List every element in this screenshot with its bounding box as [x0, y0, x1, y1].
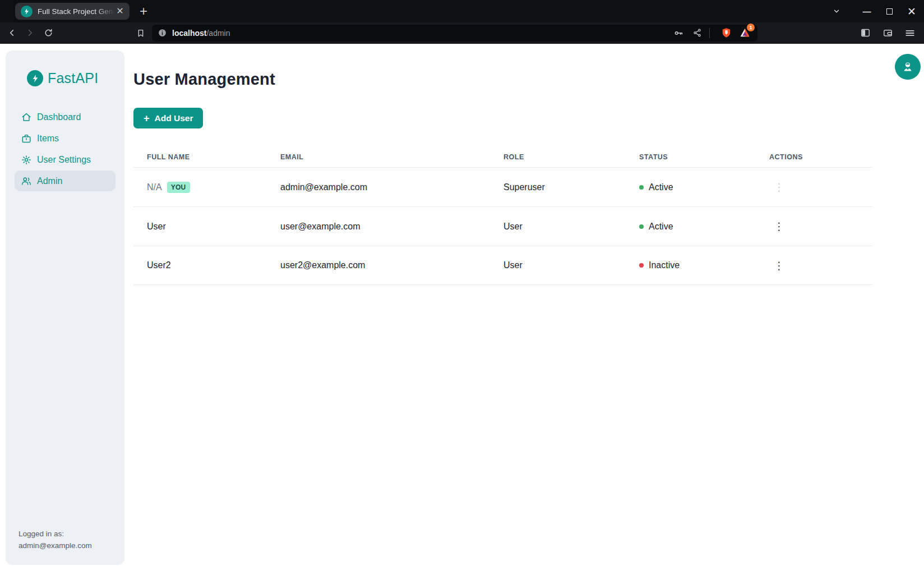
table-row: N/AYOU admin@example.com Superuser Activ…: [133, 167, 872, 206]
sidebar-item-label: Items: [37, 134, 59, 144]
sidebar-nav: Dashboard Items User Settings Admin: [15, 107, 116, 192]
sidebar-item-admin[interactable]: Admin: [15, 171, 116, 191]
bookmark-icon[interactable]: [132, 25, 149, 42]
status-label: Active: [649, 182, 673, 192]
status-dot: [639, 185, 644, 190]
table-row: User2 user2@example.com User Inactive ⋮: [133, 246, 872, 285]
column-header-actions: ACTIONS: [756, 153, 872, 161]
status-dot: [639, 263, 644, 268]
toolbar-right-icons: [858, 26, 924, 40]
forward-button[interactable]: [21, 25, 38, 42]
menu-hamburger-icon[interactable]: [903, 26, 917, 40]
logged-in-label: Logged in as:: [19, 528, 116, 540]
fastapi-logo-icon: [27, 70, 43, 86]
user-role: Superuser: [490, 182, 626, 192]
users-table: FULL NAMEEMAILROLESTATUSACTIONS N/AYOU a…: [133, 147, 872, 285]
tab-title: Full Stack Project Genera: [38, 7, 115, 16]
table-row: User user@example.com User Active ⋮: [133, 206, 872, 246]
sidebar-item-user-settings[interactable]: User Settings: [15, 149, 116, 170]
new-tab-button[interactable]: +: [140, 4, 147, 18]
column-header-role: ROLE: [490, 153, 626, 161]
minimize-button[interactable]: —: [862, 7, 871, 16]
sidebar-panel-icon[interactable]: [858, 26, 872, 40]
row-actions-menu-button[interactable]: ⋮: [769, 219, 789, 234]
back-button[interactable]: [3, 25, 20, 42]
password-key-icon[interactable]: [671, 26, 686, 40]
site-info-icon[interactable]: [158, 28, 167, 38]
column-header-status: STATUS: [626, 153, 756, 161]
sidebar-item-label: User Settings: [37, 155, 91, 165]
you-badge: YOU: [167, 182, 190, 193]
table-header-row: FULL NAMEEMAILROLESTATUSACTIONS: [133, 147, 872, 167]
browser-tab[interactable]: Full Stack Project Genera ✕: [15, 3, 130, 20]
page-content: FastAPI Dashboard Items User Settings Ad…: [0, 44, 924, 574]
add-user-button[interactable]: + Add User: [133, 108, 203, 128]
brave-rewards-icon[interactable]: 1: [737, 26, 752, 40]
plus-icon: +: [144, 113, 150, 123]
sidebar-item-label: Dashboard: [37, 112, 81, 122]
close-window-button[interactable]: ✕: [907, 7, 916, 16]
users-icon: [21, 176, 31, 186]
row-actions-menu-button[interactable]: ⋮: [769, 258, 789, 273]
tab-bar: Full Stack Project Genera ✕ + — ✕: [0, 0, 924, 22]
logged-in-info: Logged in as: admin@example.com: [19, 528, 116, 551]
status-label: Inactive: [649, 260, 680, 270]
main-content: User Management + Add User FULL NAMEEMAI…: [133, 44, 872, 285]
reload-button[interactable]: [40, 25, 57, 42]
column-header-full-name: FULL NAME: [133, 153, 267, 161]
url-host: localhost: [172, 29, 206, 38]
user-email: user2@example.com: [267, 260, 490, 270]
logged-in-email: admin@example.com: [19, 540, 116, 551]
status-dot: [639, 224, 644, 229]
sidebar-item-label: Admin: [37, 176, 62, 186]
wallet-icon[interactable]: [880, 26, 895, 40]
sidebar-item-dashboard[interactable]: Dashboard: [15, 107, 116, 127]
window-controls: — ✕: [832, 0, 924, 22]
sidebar: FastAPI Dashboard Items User Settings Ad…: [6, 50, 124, 565]
tab-search-chevron-icon[interactable]: [832, 7, 841, 16]
home-icon: [21, 112, 31, 122]
page-title: User Management: [133, 44, 872, 89]
fastapi-logo: FastAPI: [27, 70, 116, 86]
sidebar-item-items[interactable]: Items: [15, 128, 116, 149]
user-role: User: [490, 222, 626, 232]
tab-close-icon[interactable]: ✕: [115, 6, 125, 16]
user-full-name: User2: [147, 260, 171, 270]
user-full-name: User: [147, 222, 166, 232]
table-body: N/AYOU admin@example.com Superuser Activ…: [133, 167, 872, 285]
add-user-label: Add User: [155, 113, 193, 123]
maximize-button[interactable]: [885, 7, 894, 16]
status-label: Active: [649, 222, 673, 232]
user-email: admin@example.com: [267, 182, 490, 192]
user-role: User: [490, 260, 626, 270]
row-actions-menu-button: ⋮: [769, 180, 789, 195]
brave-shield-icon[interactable]: [719, 26, 733, 40]
logo-text: FastAPI: [48, 70, 98, 86]
user-avatar-button[interactable]: [895, 54, 921, 80]
user-email: user@example.com: [267, 222, 490, 232]
browser-toolbar: localhost/admin 1: [0, 22, 924, 44]
gear-icon: [21, 155, 31, 165]
user-full-name: N/A: [147, 182, 162, 192]
url-bar[interactable]: localhost/admin 1: [152, 25, 757, 42]
fastapi-favicon-icon: [21, 6, 33, 17]
column-header-email: EMAIL: [267, 153, 490, 161]
share-icon[interactable]: [690, 26, 704, 40]
briefcase-icon: [21, 134, 31, 144]
divider: [709, 28, 710, 38]
rewards-notification-badge: 1: [747, 24, 755, 31]
url-path: /admin: [206, 29, 230, 38]
